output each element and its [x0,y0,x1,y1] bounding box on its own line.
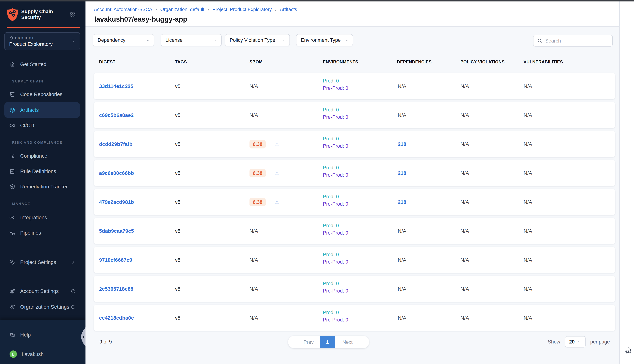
svg-text:?: ? [11,332,12,335]
sidebar-item-account-settings[interactable]: Account Settings [5,284,80,298]
sbom-download-button[interactable] [274,141,280,147]
sbom-cell: 6.38 [249,189,280,215]
sidebar-item-code-repositories[interactable]: Code Repositories [5,87,80,102]
breadcrumb-account[interactable]: Account: Automation-SSCA [94,6,152,12]
sbom-download-button[interactable] [274,199,280,205]
section-manage: MANAGE [12,202,31,206]
vulnerabilities-value: N/A [524,160,532,186]
sidebar-item-label: Pipelines [20,230,41,236]
column-header-environments: ENVIRONMENTS [323,60,358,64]
chat-support-icon[interactable] [625,346,632,354]
policy-violations-value: N/A [460,218,469,244]
filter-label: Dependency [98,38,126,43]
app-title: Supply Chain Security [21,8,53,20]
filter-environment-type[interactable]: Environment Type [296,34,353,46]
env-preprod-value: Pre-Prod: 0 [323,259,348,265]
dependencies-value: N/A [398,247,406,273]
environments-cell: Prod: 0Pre-Prod: 0 [323,252,348,265]
breadcrumb-artifacts[interactable]: Artifacts [280,6,297,12]
table-row: dcdd29b7fafbv56.38Prod: 0Pre-Prod: 0218N… [94,131,615,157]
info-icon[interactable] [71,304,76,309]
breadcrumb-separator: › [208,7,209,12]
digest-link[interactable]: a9c6e00c66bb [99,160,134,186]
table-row: 33d114e1c225v5N/AProd: 0Pre-Prod: 0N/AN/… [94,73,615,99]
environments-cell: Prod: 0Pre-Prod: 0 [323,281,348,294]
environments-cell: Prod: 0Pre-Prod: 0 [323,223,348,236]
search-icon [537,38,542,43]
breadcrumb-organization[interactable]: Organization: default [160,6,204,12]
dependencies-link[interactable]: 218 [398,131,406,157]
sidebar-item-integrations[interactable]: Integrations [5,210,80,225]
user-menu[interactable]: L Lavakush [5,347,80,362]
prev-page-button[interactable]: ← Prev [288,336,320,348]
policy-violations-value: N/A [460,131,469,157]
arrow-right-icon: → [355,339,360,345]
code-repository-icon [9,91,16,97]
policy-violations-value: N/A [460,189,469,215]
sbom-score-badge: 6.38 [249,198,266,206]
sbom-download-button[interactable] [274,170,280,176]
digest-link[interactable]: 9710cf6667c9 [99,247,132,273]
policy-violations-value: N/A [460,276,469,302]
next-page-button[interactable]: Next → [335,336,369,348]
tag-value: v5 [175,247,180,273]
sidebar-item-get-started[interactable]: Get Started [5,57,80,72]
divider [270,140,270,148]
avatar: L [10,350,17,358]
sidebar-item-help[interactable]: ? Help [5,327,80,342]
column-header-vulnerabilities: VULNERABILITIES [524,60,563,64]
sbom-value: N/A [249,304,258,331]
vulnerabilities-value: N/A [524,131,532,157]
sidebar-item-label: Get Started [20,61,47,67]
vulnerabilities-value: N/A [524,102,532,128]
sidebar-item-rule-definitions[interactable]: Rule Definitions [5,164,80,178]
sidebar-item-project-settings[interactable]: Project Settings [5,255,80,270]
filter-dependency[interactable]: Dependency [93,34,154,46]
digest-link[interactable]: ee4218cdba0c [99,304,134,331]
page-header: Account: Automation-SSCA › Organization:… [86,2,619,27]
home-icon [9,61,16,67]
sidebar-item-compliance[interactable]: Compliance [5,148,80,163]
filter-policy-violation-type[interactable]: Policy Violation Type [225,34,290,46]
page-size-select[interactable]: 20 [565,336,585,348]
sidebar-item-label: Account Settings [20,288,59,294]
table-row: 479e2acd981bv56.38Prod: 0Pre-Prod: 0218N… [94,189,615,215]
project-selector[interactable]: PROJECT Product Exploratory [5,32,80,50]
digest-link[interactable]: 479e2acd981b [99,189,134,215]
filter-license[interactable]: License [161,34,222,46]
sidebar-item-artifacts[interactable]: Artifacts [5,102,80,118]
gear-icon [9,259,16,265]
policy-violations-value: N/A [460,73,469,99]
vulnerabilities-value: N/A [524,304,532,331]
sidebar-item-organization-settings[interactable]: Organization Settings [5,300,80,314]
digest-link[interactable]: 5dab9caa79c5 [99,218,134,244]
breadcrumb-project[interactable]: Project: Product Exploratory [212,6,272,12]
page-title: lavakush07/easy-buggy-app [94,16,187,24]
sidebar-item-pipelines[interactable]: Pipelines [5,226,80,240]
sidebar-item-cicd[interactable]: CI/CD [5,118,80,133]
search-input[interactable] [545,38,604,44]
info-icon[interactable] [71,289,76,294]
right-strip [619,2,634,364]
page-1-button[interactable]: 1 [320,336,335,348]
table-row: a9c6e00c66bbv56.38Prod: 0Pre-Prod: 0218N… [94,160,615,186]
app-switcher-icon[interactable] [69,11,76,18]
digest-link[interactable]: 33d114e1c225 [99,73,133,99]
dependencies-value: N/A [398,218,406,244]
digest-link[interactable]: dcdd29b7fafb [99,131,132,157]
dependencies-value: N/A [398,276,406,302]
integrations-icon [9,214,16,220]
digest-link[interactable]: 2c5365718e88 [99,276,133,302]
digest-link[interactable]: c69c5b6a8ae2 [99,102,134,128]
section-supply-chain: SUPPLY CHAIN [12,79,44,83]
dependencies-link[interactable]: 218 [398,189,406,215]
sbom-value: N/A [249,102,258,128]
policy-violations-value: N/A [460,160,469,186]
env-preprod-value: Pre-Prod: 0 [323,172,348,178]
sidebar-item-remediation-tracker[interactable]: Remediation Tracker [5,179,80,194]
policy-violations-value: N/A [460,247,469,273]
tag-value: v5 [175,189,180,215]
divider [270,198,270,206]
dependencies-link[interactable]: 218 [398,160,406,186]
tag-value: v5 [175,131,180,157]
